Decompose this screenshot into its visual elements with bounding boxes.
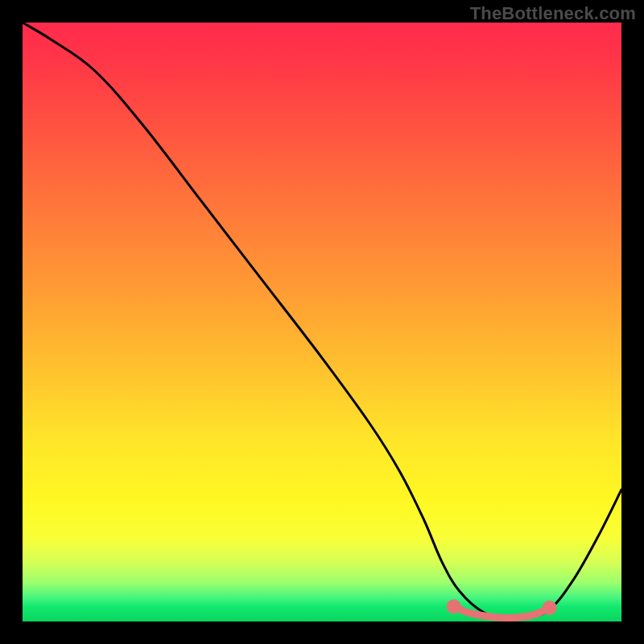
valley-marker-group	[449, 601, 555, 617]
plot-area	[23, 23, 621, 621]
valley-marker-line	[454, 606, 550, 617]
valley-marker-end	[545, 603, 555, 613]
bottleneck-curve-path	[23, 23, 621, 620]
valley-marker-start	[449, 601, 459, 611]
curve-svg	[23, 23, 621, 621]
watermark-text: TheBottleneck.com	[470, 3, 636, 24]
chart-frame: TheBottleneck.com	[0, 0, 644, 644]
